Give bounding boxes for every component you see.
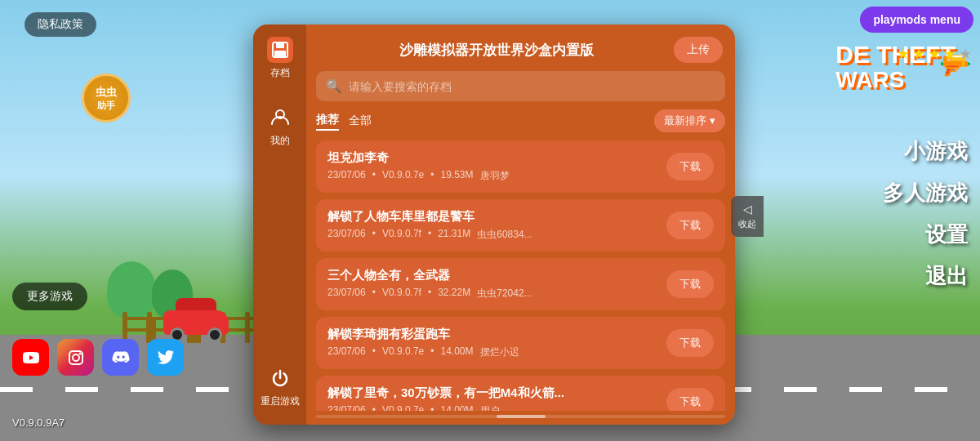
save-sep1-2: • [372,287,376,301]
save-sep1-3: • [372,345,376,359]
save-modal: 存档 我的 重启游戏 沙雕模拟器开放世界沙盒内置版 上传 🔍 推荐 [253,24,735,425]
power-icon [267,365,293,391]
save-item-info-0: 坦克加李奇 23/07/06 • V0.9.0.7e • 19.53M 唐羽梦 [327,150,658,183]
star-2: ★ [912,45,925,63]
download-button-1[interactable]: 下载 [666,212,714,239]
save-list: 坦克加李奇 23/07/06 • V0.9.0.7e • 19.53M 唐羽梦 … [306,140,735,411]
save-item-meta-1: 23/07/06 • V0.9.0.7f • 21.31M 虫虫60834... [327,228,658,242]
save-date-2: 23/07/06 [327,287,366,301]
download-button-4[interactable]: 下载 [666,388,714,411]
search-input[interactable] [349,80,715,93]
menu-item-multiplayer[interactable]: 多人游戏 [768,172,980,214]
save-item-meta-0: 23/07/06 • V0.9.0.7e • 19.53M 唐羽梦 [327,169,658,183]
filter-tab-all[interactable]: 全部 [349,112,372,130]
save-item-info-2: 三个人物全有，全武器 23/07/06 • V0.9.0.7f • 32.22M… [327,268,658,301]
save-sep2-0: • [430,169,434,183]
bug-badge-line1: 虫虫 [96,85,117,100]
modal-header: 沙雕模拟器开放世界沙盒内置版 上传 [306,24,735,71]
save-author-2: 虫虫72042... [477,287,532,301]
star-5: ★ [959,45,972,63]
sidebar-item-profile[interactable]: 我的 [267,105,293,148]
bug-badge-line2: 助手 [97,100,115,112]
star-3: ★ [928,45,941,63]
star-4: ★ [943,45,956,63]
save-author-4: 用户... [480,404,508,411]
save-icon [267,37,293,63]
left-panel: 隐私政策 虫虫 助手 更多游戏 V0.9.0.9A7 [0,0,286,441]
right-menu: 小游戏 多人游戏 设置 退出 [768,65,980,297]
download-button-2[interactable]: 下载 [666,270,714,298]
twitter-icon[interactable] [147,339,184,376]
playmods-menu-button[interactable]: playmods menu [860,7,973,33]
save-author-3: 摆烂小迟 [480,345,519,359]
sidebar-profile-label: 我的 [270,134,290,148]
save-size-2: 32.22M [438,287,470,301]
collapse-button[interactable]: ◁ 收起 [731,196,764,237]
version-text: V0.9.0.9A7 [12,416,65,429]
sidebar-item-save[interactable]: 存档 [267,37,293,80]
instagram-icon[interactable] [57,339,94,376]
menu-item-mini-games[interactable]: 小游戏 [768,131,980,172]
save-item-meta-2: 23/07/06 • V0.9.0.7f • 32.22M 虫虫72042... [327,287,658,301]
social-icons-row [12,339,184,376]
download-button-0[interactable]: 下载 [666,153,714,180]
svg-point-1 [73,354,79,361]
menu-item-settings[interactable]: 设置 [768,214,980,256]
save-date-0: 23/07/06 [327,169,366,183]
save-item-title-2: 三个人物全有，全武器 [327,268,658,283]
save-item-title-3: 解锁李琦拥有彩蛋跑车 [327,327,658,342]
sidebar-save-label: 存档 [270,66,290,80]
save-author-0: 唐羽梦 [480,169,510,183]
modal-sidebar: 存档 我的 重启游戏 [253,24,306,425]
save-sep2-3: • [430,345,434,359]
save-version-2: V0.9.0.7f [382,287,421,301]
menu-item-exit[interactable]: 退出 [768,256,980,297]
star-1: ★ [897,45,910,63]
save-size-3: 14.00M [441,345,474,359]
save-version-4: V0.9.0.7e [382,404,424,411]
bug-assistant-badge[interactable]: 虫虫 助手 [82,74,131,122]
filter-tab-recommend[interactable]: 推荐 [316,111,339,131]
search-bar: 🔍 [316,71,725,101]
multiplayer-label: 多人游戏 [883,179,968,207]
save-version-0: V0.9.0.7e [382,169,424,183]
mini-games-label: 小游戏 [904,137,968,166]
save-item-title-4: 解锁了里奇，30万钞票，有一把M4和火箭... [327,385,658,401]
filter-row: 推荐 全部 最新排序 ▾ [306,109,735,140]
svg-rect-5 [274,51,286,56]
save-list-item: 解锁李琦拥有彩蛋跑车 23/07/06 • V0.9.0.7e • 14.00M… [316,317,725,369]
search-icon: 🔍 [326,78,342,94]
privacy-policy-button[interactable]: 隐私政策 [24,12,96,37]
save-list-item: 坦克加李奇 23/07/06 • V0.9.0.7e • 19.53M 唐羽梦 … [316,140,725,193]
save-item-title-1: 解锁了人物车库里都是警车 [327,209,658,225]
save-date-3: 23/07/06 [327,345,366,359]
save-item-meta-3: 23/07/06 • V0.9.0.7e • 14.00M 摆烂小迟 [327,345,658,359]
discord-icon[interactable] [102,339,139,376]
save-sep2-1: • [428,228,431,242]
save-sep1-4: • [372,404,376,411]
save-sep2-2: • [428,287,431,301]
modal-title: 沙雕模拟器开放世界沙盒内置版 [318,41,674,60]
collapse-chevron-icon: ◁ [743,203,752,216]
collapse-label: 收起 [738,218,756,230]
scrollbar-thumb [497,415,546,418]
stars-row: ★ ★ ★ ★ ★ [897,45,972,63]
profile-icon [267,105,293,131]
save-sep2-4: • [430,404,434,411]
save-item-info-1: 解锁了人物车库里都是警车 23/07/06 • V0.9.0.7f • 21.3… [327,209,658,242]
save-version-3: V0.9.0.7e [382,345,424,359]
save-author-1: 虫虫60834... [477,228,532,242]
settings-label: 设置 [925,220,968,249]
sort-button[interactable]: 最新排序 ▾ [654,109,725,132]
upload-button[interactable]: 上传 [674,37,723,63]
svg-point-2 [78,352,81,354]
sidebar-restart[interactable]: 重启游戏 [261,365,300,408]
download-button-3[interactable]: 下载 [666,329,714,357]
save-size-0: 19.53M [441,169,474,183]
more-games-button[interactable]: 更多游戏 [12,283,87,310]
save-version-1: V0.9.0.7f [382,228,421,242]
save-item-meta-4: 23/07/06 • V0.9.0.7e • 14.00M 用户... [327,404,658,411]
save-sep1-1: • [372,228,376,242]
save-item-title-0: 坦克加李奇 [327,150,658,166]
youtube-icon[interactable] [12,339,49,376]
